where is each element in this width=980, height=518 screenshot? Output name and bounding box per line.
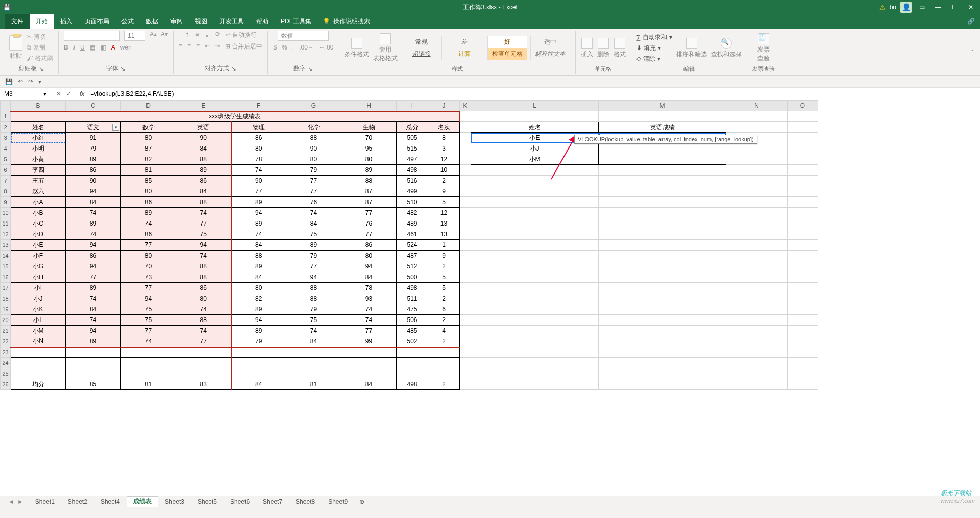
comma-icon[interactable]: , (292, 44, 294, 51)
menu-tab-3[interactable]: 页面布局 (79, 14, 115, 29)
row-header[interactable]: 6 (1, 165, 11, 176)
cell[interactable]: 88 (176, 272, 231, 283)
cell[interactable]: 86 (121, 229, 176, 240)
cell[interactable]: 小J (11, 293, 66, 304)
row-header[interactable]: 10 (1, 208, 11, 218)
menu-tab-6[interactable]: 审阅 (164, 14, 189, 29)
cell[interactable]: 74 (66, 208, 121, 218)
column-header[interactable]: N (726, 101, 788, 111)
cell[interactable]: 76 (286, 197, 341, 208)
number-format-select[interactable]: 数值 (278, 31, 329, 41)
cell[interactable]: 87 (341, 197, 397, 208)
align-right-icon[interactable]: ≡ (196, 42, 200, 51)
cell[interactable]: 86 (66, 165, 121, 176)
cell[interactable] (11, 368, 66, 379)
menu-tab-7[interactable]: 视图 (189, 14, 213, 29)
cell[interactable]: 小L (11, 315, 66, 326)
sheet-prev-icon[interactable]: ◄ (8, 498, 14, 505)
cell[interactable] (428, 347, 460, 358)
cell[interactable]: 10 (428, 165, 460, 176)
cell[interactable]: 89 (231, 218, 286, 229)
cell[interactable]: 74 (66, 293, 121, 304)
cell[interactable]: 77 (286, 186, 341, 197)
cell[interactable]: 511 (397, 293, 428, 304)
cell[interactable]: 89 (231, 304, 286, 315)
cell[interactable]: 82 (231, 293, 286, 304)
cell[interactable]: 82 (121, 154, 176, 165)
cell[interactable]: 84 (341, 272, 397, 283)
sheet-tab[interactable]: Sheet1 (29, 496, 61, 507)
fx-icon[interactable]: fx (77, 90, 87, 97)
cell[interactable]: 94 (341, 261, 397, 272)
cell[interactable]: 89 (341, 165, 397, 176)
cell[interactable] (397, 358, 428, 368)
cancel-formula-icon[interactable]: ✕ (56, 90, 61, 97)
cell[interactable]: 74 (176, 304, 231, 315)
wrap-text-button[interactable]: ↩ 自动换行 (226, 31, 257, 39)
cell[interactable]: 2 (428, 176, 460, 186)
cell[interactable]: 79 (286, 165, 341, 176)
cell[interactable]: 515 (397, 143, 428, 154)
cell[interactable] (66, 347, 121, 358)
column-header[interactable]: F (231, 101, 286, 111)
cell[interactable] (66, 358, 121, 368)
italic-button[interactable]: I (74, 44, 75, 51)
row-header[interactable]: 24 (1, 358, 11, 368)
cell[interactable]: 89 (66, 218, 121, 229)
style-normal[interactable]: 常规超链接 (402, 36, 442, 60)
cell[interactable]: 89 (66, 336, 121, 347)
collapse-ribbon-icon[interactable]: ˄ (971, 31, 976, 74)
column-header[interactable]: L (471, 101, 599, 111)
cell[interactable]: 13 (428, 229, 460, 240)
cell[interactable]: 89 (66, 154, 121, 165)
row-header[interactable]: 14 (1, 251, 11, 261)
cell[interactable]: 90 (176, 133, 231, 143)
cell[interactable]: 84 (286, 336, 341, 347)
row-header[interactable]: 5 (1, 154, 11, 165)
cell[interactable] (341, 358, 397, 368)
lookup-name-cell[interactable]: 小J (471, 143, 599, 154)
cell[interactable]: 487 (397, 251, 428, 261)
cell[interactable]: 70 (121, 261, 176, 272)
cell[interactable]: 77 (341, 208, 397, 218)
font-family-select[interactable] (64, 31, 120, 41)
cell[interactable]: 95 (341, 143, 397, 154)
column-header[interactable]: G (286, 101, 341, 111)
cell[interactable] (231, 368, 286, 379)
cell[interactable]: 6 (428, 304, 460, 315)
font-color-button[interactable]: A (111, 44, 115, 51)
cell[interactable]: 84 (231, 272, 286, 283)
column-title[interactable]: 物理 (231, 122, 286, 133)
cell[interactable] (176, 358, 231, 368)
align-middle-icon[interactable]: ≡ (195, 31, 199, 39)
cell[interactable]: 84 (66, 304, 121, 315)
cell[interactable]: 77 (341, 326, 397, 336)
sheet-tab[interactable]: Sheet5 (191, 496, 224, 507)
cell[interactable] (231, 347, 286, 358)
cell[interactable]: 485 (397, 326, 428, 336)
lookup-name-cell[interactable]: 小M (471, 154, 599, 165)
cell[interactable]: 78 (341, 283, 397, 293)
row-header[interactable]: 15 (1, 261, 11, 272)
cell[interactable] (286, 368, 341, 379)
lookup-result-cell[interactable] (599, 154, 726, 165)
cell[interactable]: 小B (11, 208, 66, 218)
cell[interactable]: 2 (428, 293, 460, 304)
cell[interactable]: 小红 (11, 133, 66, 143)
cell[interactable]: 80 (176, 293, 231, 304)
cell[interactable]: 502 (397, 336, 428, 347)
cell[interactable] (428, 358, 460, 368)
align-left-icon[interactable]: ≡ (179, 42, 182, 51)
cell[interactable]: 80 (341, 154, 397, 165)
phonetic-button[interactable]: wén (120, 44, 132, 51)
column-header[interactable]: C (66, 101, 121, 111)
row-header[interactable]: 22 (1, 336, 11, 347)
cell[interactable]: 李四 (11, 165, 66, 176)
undo-icon[interactable]: ↶ (18, 78, 23, 85)
chevron-down-icon[interactable]: ▾ (43, 90, 46, 97)
cell[interactable]: 77 (121, 326, 176, 336)
cell[interactable]: 80 (121, 186, 176, 197)
cell[interactable]: 小D (11, 229, 66, 240)
cell[interactable]: 77 (341, 229, 397, 240)
filter-icon[interactable]: ▾ (112, 124, 119, 131)
